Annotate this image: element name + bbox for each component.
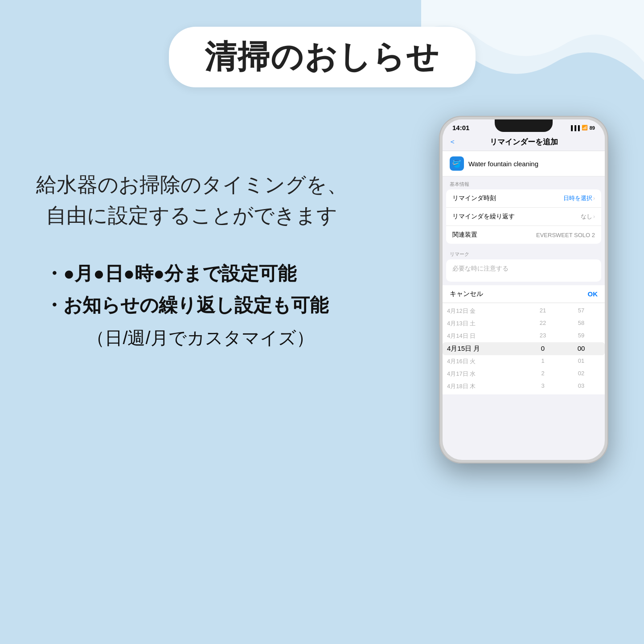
status-time: 14:01 [452, 124, 469, 131]
reminder-title-text: Water fountain cleaning [468, 160, 538, 168]
reminder-repeat-row[interactable]: リマインダを繰り返す なし › [446, 208, 601, 226]
picker-row: 4月15日 月000 [443, 342, 605, 355]
remark-placeholder: 必要な時に注意する [452, 265, 509, 272]
reminder-repeat-label: リマインダを繰り返す [452, 213, 515, 221]
remark-input[interactable]: 必要な時に注意する [446, 259, 601, 282]
reminder-title-row: 🪣 Water fountain cleaning [443, 151, 605, 176]
picker-rows: 4月12日 金21574月13日 土22584月14日 日23594月15日 月… [443, 305, 605, 393]
nav-title: リマインダーを追加 [490, 137, 558, 147]
description: 給水器のお掃除のタイミングを、 自由に設定することができます [36, 169, 348, 231]
remark-label: リマーク [443, 247, 605, 259]
back-button[interactable]: ＜ [449, 137, 456, 147]
picker-min: 58 [562, 320, 600, 328]
chevron-icon-2: › [593, 213, 595, 220]
picker-date: 4月12日 金 [447, 307, 524, 315]
picker-hour: 3 [524, 382, 562, 390]
picker-min: 59 [562, 332, 600, 340]
picker-date: 4月17日 水 [447, 370, 524, 378]
description-line1: 給水器のお掃除のタイミングを、 [36, 173, 348, 196]
sub-text: （日/週/月でカスタマイズ） [36, 326, 348, 350]
bullet-list: ・●月●日●時●分まで設定可能 ・お知らせの繰り返し設定も可能 [36, 258, 348, 321]
status-icons: ▐▐▐ 📶 89 [569, 125, 595, 131]
wifi-icon: 📶 [582, 125, 588, 131]
phone-mockup: 14:01 ▐▐▐ 📶 89 ＜ リマインダーを追加 🪣 Water fount… [439, 116, 608, 464]
picker-min: 01 [562, 357, 600, 365]
signal-icon: ▐▐▐ [569, 125, 579, 131]
related-device-label: 関連装置 [452, 231, 477, 239]
chevron-icon: › [593, 195, 595, 201]
reminder-time-value: 日時を選択 › [563, 194, 595, 202]
settings-group: リマインダ時刻 日時を選択 › リマインダを繰り返す なし › 関連装置 [446, 189, 601, 244]
picker-cancel-button[interactable]: キャンセル [450, 290, 483, 298]
picker-date: 4月14日 日 [447, 332, 524, 340]
reminder-icon: 🪣 [450, 156, 464, 171]
picker-row: 4月16日 火101 [443, 355, 605, 368]
description-line2: 自由に設定することができます [46, 204, 337, 227]
reminder-repeat-value: なし › [581, 213, 595, 221]
picker-date: 4月16日 火 [447, 357, 524, 365]
picker-hour: 0 [524, 345, 562, 353]
picker-row: 4月13日 土2258 [443, 317, 605, 330]
picker-min: 03 [562, 382, 600, 390]
picker-hour: 23 [524, 332, 562, 340]
picker-hour: 2 [524, 370, 562, 378]
section-basic-label: 基本情報 [443, 176, 605, 189]
picker-header: キャンセル OK [443, 285, 605, 303]
picker-min: 00 [562, 345, 600, 353]
related-device-value: EVERSWEET SOLO 2 [536, 232, 595, 238]
picker-row: 4月12日 金2157 [443, 305, 605, 317]
picker-date: 4月18日 木 [447, 382, 524, 390]
page-title: 清掃のおしらせ [169, 27, 476, 87]
picker-row: 4月14日 日2359 [443, 330, 605, 342]
phone-outer: 14:01 ▐▐▐ 📶 89 ＜ リマインダーを追加 🪣 Water fount… [439, 116, 608, 464]
reminder-time-label: リマインダ時刻 [452, 194, 496, 202]
bullet-item-1: ・●月●日●時●分まで設定可能 [45, 258, 348, 289]
picker-hour: 21 [524, 307, 562, 315]
phone-notch [495, 119, 553, 132]
picker-min: 02 [562, 370, 600, 378]
date-picker: キャンセル OK 4月12日 金21574月13日 土22584月14日 日23… [443, 285, 605, 394]
picker-hour: 22 [524, 320, 562, 328]
main-content: 給水器のお掃除のタイミングを、 自由に設定することができます ・●月●日●時●分… [36, 169, 348, 350]
picker-scroll[interactable]: 4月12日 金21574月13日 土22584月14日 日23594月15日 月… [443, 303, 605, 394]
related-device-row[interactable]: 関連装置 EVERSWEET SOLO 2 [446, 226, 601, 244]
nav-bar: ＜ リマインダーを追加 [443, 133, 605, 151]
reminder-time-row[interactable]: リマインダ時刻 日時を選択 › [446, 189, 601, 208]
picker-row: 4月18日 木303 [443, 380, 605, 393]
picker-min: 57 [562, 307, 600, 315]
picker-hour: 1 [524, 357, 562, 365]
battery-indicator: 89 [590, 125, 595, 131]
bullet-item-2: ・お知らせの繰り返し設定も可能 [45, 289, 348, 321]
phone-screen: 14:01 ▐▐▐ 📶 89 ＜ リマインダーを追加 🪣 Water fount… [443, 119, 605, 460]
picker-date: 4月15日 月 [447, 345, 524, 353]
picker-row: 4月17日 水202 [443, 368, 605, 380]
picker-date: 4月13日 土 [447, 320, 524, 328]
picker-ok-button[interactable]: OK [588, 290, 598, 298]
